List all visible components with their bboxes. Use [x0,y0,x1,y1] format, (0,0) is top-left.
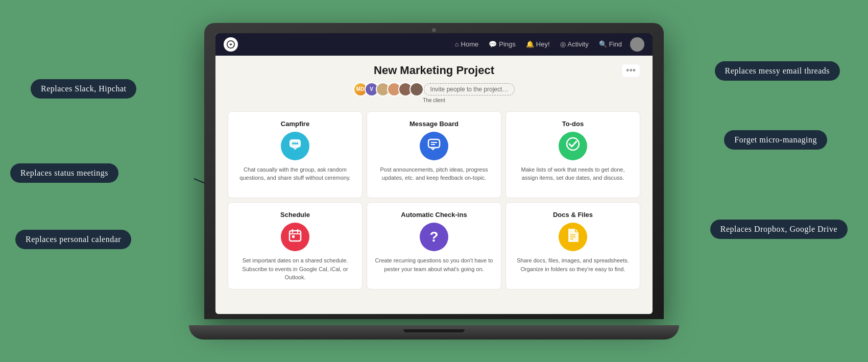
svg-point-3 [294,142,296,144]
schedule-icon-wrap [281,223,309,251]
message-board-icon-wrap [420,132,448,160]
feature-campfire[interactable]: Campfire [228,111,363,199]
find-icon: 🔍 [599,40,607,48]
checkins-title: Automatic Check-ins [374,211,494,219]
todos-desc: Make lists of work that needs to get don… [513,165,633,182]
client-label: The client [228,98,640,103]
hey-icon: 🔔 [526,40,534,48]
svg-rect-14 [292,235,295,238]
annotation-slack: Replaces Slack, Hipchat [31,79,136,99]
annotation-status: Replaces status meetings [10,163,118,183]
checkins-icon-wrap: ? [420,223,448,251]
docs-icon [566,228,580,247]
nav-home[interactable]: ⌂ Home [455,40,479,48]
docs-icon-wrap [559,223,587,251]
nav-items: ⌂ Home 💬 Pings 🔔 Hey! ◎ [455,40,622,48]
campfire-title: Campfire [235,120,355,128]
home-icon: ⌂ [455,40,459,48]
laptop-camera [432,28,436,32]
project-header: ••• New Marketing Project MD V [228,64,640,103]
laptop: ⌂ Home 💬 Pings 🔔 Hey! ◎ [204,23,664,340]
nav-hey[interactable]: 🔔 Hey! [526,40,550,48]
svg-point-2 [292,142,294,144]
feature-schedule[interactable]: Schedule [228,202,363,289]
nav-pings[interactable]: 💬 Pings [489,40,516,48]
campfire-icon [288,137,302,155]
checkins-desc: Create recurring questions so you don't … [374,256,494,273]
feature-checkins[interactable]: Automatic Check-ins ? Create recurring q… [367,202,501,289]
annotation-dropbox: Replaces Dropbox, Google Drive [710,220,848,239]
pings-icon: 💬 [489,40,497,48]
feature-todos[interactable]: To-dos Make lists of work that needs to … [505,111,640,199]
members-row: MD V Invite people to the project… [228,82,640,96]
activity-icon: ◎ [560,40,566,48]
laptop-base [189,325,679,340]
more-options-button[interactable]: ••• [621,64,640,78]
invite-button[interactable]: Invite people to the project… [424,83,515,95]
svg-point-4 [296,142,298,144]
annotation-calendar: Replaces personal calendar [15,230,131,249]
docs-title: Docs & Files [513,211,633,219]
member-avatar-g4 [409,82,424,96]
project-title: New Marketing Project [228,64,640,77]
todos-icon-wrap [559,132,587,160]
laptop-body: ⌂ Home 💬 Pings 🔔 Hey! ◎ [204,23,664,319]
schedule-desc: Set important dates on a shared schedule… [235,256,355,282]
nav-find[interactable]: 🔍 Find [599,40,622,48]
svg-rect-6 [428,139,440,148]
app-navbar: ⌂ Home 💬 Pings 🔔 Hey! ◎ [215,33,653,56]
laptop-screen: ⌂ Home 💬 Pings 🔔 Hey! ◎ [215,33,653,314]
todos-title: To-dos [513,120,633,128]
user-avatar[interactable] [630,37,644,52]
feature-docs[interactable]: Docs & Files [505,202,640,289]
schedule-icon [288,228,302,246]
app-logo[interactable] [224,37,238,52]
campfire-icon-wrap [281,132,309,160]
message-board-icon [427,137,441,155]
message-board-title: Message Board [374,120,494,128]
checkins-icon: ? [429,229,438,245]
features-grid: Campfire [228,111,640,289]
feature-message-board[interactable]: Message Board [367,111,501,199]
main-content: ••• New Marketing Project MD V [215,56,653,314]
docs-desc: Share docs, files, images, and spreadshe… [513,256,633,273]
nav-activity[interactable]: ◎ Activity [560,40,589,48]
todos-icon [565,136,581,155]
campfire-desc: Chat casually with the group, ask random… [235,165,355,182]
message-board-desc: Post announcements, pitch ideas, progres… [374,165,494,182]
schedule-title: Schedule [235,211,355,219]
annotation-email: Replaces messy email threads [715,61,840,81]
annotation-micro: Forget micro-managing [724,130,827,150]
svg-rect-10 [290,231,301,241]
